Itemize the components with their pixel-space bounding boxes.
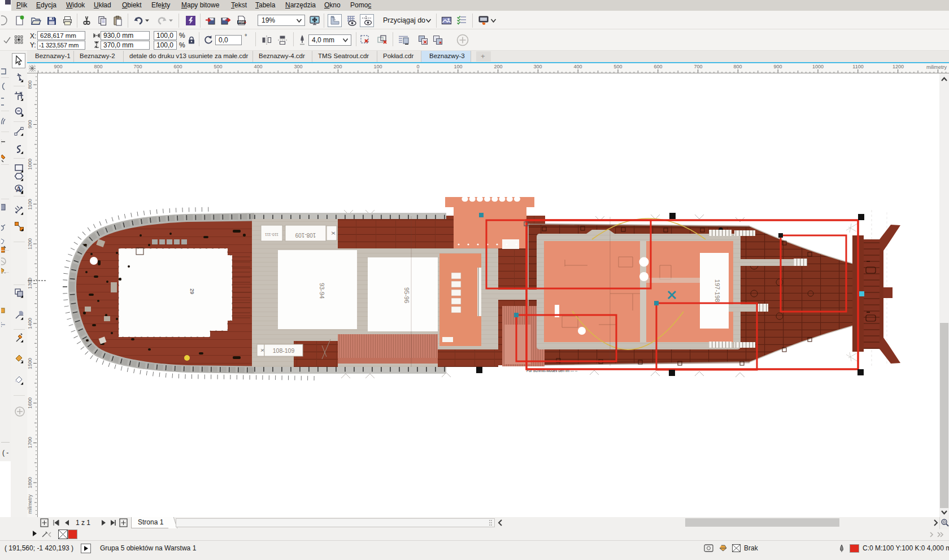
svg-text:1300: 1300 [27,278,33,289]
svg-text:400: 400 [254,64,262,69]
svg-text:800: 800 [94,64,102,69]
svg-text:1200: 1200 [27,238,33,250]
svg-text:milimetry: milimetry [27,494,33,514]
svg-text:1000: 1000 [812,64,824,69]
svg-text:300: 300 [533,64,542,69]
svg-text:95-96: 95-96 [403,287,410,303]
svg-text:1100: 1100 [852,64,863,69]
svg-text:900: 900 [773,64,782,69]
svg-text:100: 100 [454,64,462,69]
svg-text:200: 200 [494,64,502,69]
svg-text:800: 800 [733,64,742,69]
svg-text:800: 800 [27,80,33,89]
svg-text:197-198: 197-198 [714,279,721,302]
svg-text:93-94: 93-94 [319,283,325,299]
svg-text:200: 200 [333,64,342,69]
svg-text:1800: 1800 [27,477,33,488]
svg-text:A: A [16,185,22,194]
svg-text:X: X [330,231,336,235]
svg-text:1400: 1400 [27,318,33,329]
svg-text:108-109: 108-109 [295,232,316,238]
svg-text:1600: 1600 [27,397,33,409]
svg-text:600: 600 [173,64,182,69]
svg-text:900: 900 [27,120,33,128]
svg-text:1500: 1500 [27,358,33,369]
svg-text:29: 29 [189,288,195,294]
svg-text:PDF: PDF [238,20,245,24]
svg-text:1200: 1200 [893,64,904,69]
svg-text:milimetry: milimetry [926,64,947,70]
svg-text:1100: 1100 [27,199,33,209]
svg-text:X: X [260,349,265,352]
svg-text:100: 100 [373,64,382,69]
svg-text:700: 700 [694,64,702,69]
svg-text:0: 0 [416,64,419,69]
svg-text:300: 300 [294,64,302,69]
svg-text:108-109: 108-109 [273,347,295,354]
svg-text:400: 400 [573,64,582,69]
svg-text:900: 900 [54,64,62,69]
svg-text:500: 500 [214,64,222,69]
svg-text:110-111: 110-111 [265,233,278,237]
svg-text:500: 500 [613,64,622,69]
svg-text:1700: 1700 [27,437,33,448]
svg-text:700: 700 [133,64,142,69]
svg-text:600: 600 [654,64,662,69]
svg-text:1000: 1000 [27,159,33,170]
